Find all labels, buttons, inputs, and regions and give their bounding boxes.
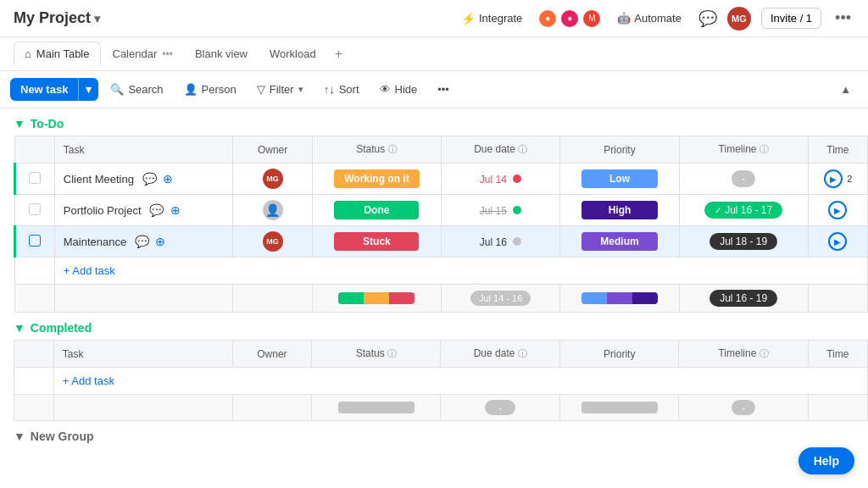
row2-play-button[interactable]: ▶ bbox=[828, 201, 847, 219]
row3-chat-icon[interactable]: 💬 bbox=[135, 235, 149, 248]
user-avatar[interactable]: MG bbox=[727, 7, 751, 30]
automate-button[interactable]: 🤖 Automate bbox=[610, 8, 688, 28]
row1-priority-cell: Low bbox=[560, 164, 679, 195]
row3-time-cell: ▶ bbox=[808, 226, 867, 258]
col-priority: Priority bbox=[560, 136, 679, 164]
row3-owner-avatar[interactable]: MG bbox=[263, 231, 283, 252]
row2-checkbox[interactable] bbox=[29, 203, 41, 215]
new-task-dropdown-arrow[interactable]: ▾ bbox=[78, 78, 98, 101]
status-info-icon[interactable]: ⓘ bbox=[388, 144, 398, 154]
row1-play-button[interactable]: ▶ bbox=[824, 169, 843, 188]
row2-priority-badge[interactable]: High bbox=[581, 201, 658, 219]
comp-col-due-date: Due date ⓘ bbox=[441, 341, 560, 368]
new-task-button[interactable]: New task ▾ bbox=[10, 78, 98, 101]
row1-duedate-cell: Jul 14 bbox=[441, 164, 559, 195]
row3-play-button[interactable]: ▶ bbox=[828, 232, 847, 251]
more-toolbar-button[interactable]: ••• bbox=[429, 79, 458, 100]
automate-icon: 🤖 bbox=[617, 12, 631, 25]
row1-priority-badge[interactable]: Low bbox=[581, 169, 658, 188]
comp-summary-e2 bbox=[53, 395, 232, 421]
tab-blank-view[interactable]: Blank view bbox=[185, 42, 258, 65]
row1-owner-cell: MG bbox=[233, 164, 313, 195]
summary-priority-blue bbox=[581, 292, 607, 304]
hide-button[interactable]: 👁 Hide bbox=[371, 79, 426, 100]
row2-timeline-badge[interactable]: ✓ Jul 16 - 17 bbox=[704, 202, 782, 219]
search-button[interactable]: 🔍 Search bbox=[102, 79, 171, 100]
add-tab-button[interactable]: + bbox=[328, 43, 349, 65]
add-task-label[interactable]: + Add task bbox=[54, 258, 867, 285]
row3-priority-badge[interactable]: Medium bbox=[581, 232, 658, 251]
integration-icons: ● ● M bbox=[539, 10, 600, 27]
row2-task-cell: Portfolio Project 💬 ⊕ bbox=[54, 195, 233, 226]
summary-status-orange bbox=[364, 292, 389, 304]
comp-duedate-info-icon[interactable]: ⓘ bbox=[518, 348, 527, 358]
project-name: My Project bbox=[14, 9, 91, 27]
more-options-button[interactable]: ••• bbox=[832, 6, 854, 30]
group-new-header[interactable]: ▼ New Group bbox=[0, 421, 868, 448]
table-row: Portfolio Project 💬 ⊕ 👤 Done Jul 15 bbox=[15, 195, 868, 226]
timeline-info-icon[interactable]: ⓘ bbox=[760, 144, 769, 154]
row2-owner-avatar[interactable]: 👤 bbox=[263, 200, 283, 220]
more-dots-icon: ••• bbox=[437, 83, 449, 96]
row1-owner-avatar[interactable]: MG bbox=[263, 169, 283, 189]
row2-add-icon[interactable]: ⊕ bbox=[170, 203, 181, 217]
group-todo: ▼ To-Do Task Owner Status ⓘ Due date bbox=[0, 108, 868, 313]
add-task-row[interactable]: + Add task bbox=[15, 258, 868, 285]
row1-timeline-badge[interactable]: - bbox=[732, 170, 755, 187]
duedate-info-icon[interactable]: ⓘ bbox=[518, 144, 527, 154]
tab-workload[interactable]: Workload bbox=[259, 42, 326, 65]
row2-status-badge[interactable]: Done bbox=[334, 201, 419, 219]
row2-alert-icon bbox=[513, 206, 521, 214]
row1-time-value: 2 bbox=[847, 174, 852, 184]
project-title[interactable]: My Project ▾ bbox=[14, 9, 100, 27]
tab-calendar[interactable]: Calendar ••• bbox=[103, 42, 183, 65]
comp-summary-priority bbox=[559, 395, 679, 421]
comp-timeline-info-icon[interactable]: ⓘ bbox=[760, 348, 769, 358]
row3-priority-cell: Medium bbox=[560, 226, 679, 258]
integrate-button[interactable]: ⚡ Integrate bbox=[454, 8, 529, 29]
row2-priority-cell: High bbox=[560, 195, 679, 226]
group-todo-table-wrapper: Task Owner Status ⓘ Due date ⓘ Priority bbox=[14, 136, 868, 313]
filter-dropdown-arrow: ▾ bbox=[298, 84, 303, 95]
person-button[interactable]: 👤 Person bbox=[175, 79, 245, 100]
comp-timeline-badge: - bbox=[732, 400, 755, 415]
comp-add-task-label[interactable]: + Add task bbox=[53, 368, 867, 395]
row3-add-icon[interactable]: ⊕ bbox=[155, 235, 165, 248]
comp-col-priority: Priority bbox=[559, 341, 679, 368]
completed-table: Task Owner Status ⓘ Due date ⓘ Priority bbox=[14, 340, 868, 421]
row1-chat-icon[interactable]: 💬 bbox=[142, 172, 157, 186]
calendar-options-icon[interactable]: ••• bbox=[162, 48, 173, 60]
header-actions: ⚡ Integrate ● ● M 🤖 Automate 💬 MG Invite… bbox=[454, 6, 854, 30]
row3-timeline-badge[interactable]: Jul 18 - 19 bbox=[709, 233, 777, 250]
invite-button[interactable]: Invite / 1 bbox=[761, 8, 821, 29]
comp-col-time: Time bbox=[808, 341, 867, 368]
collapse-button[interactable]: ▲ bbox=[833, 80, 858, 99]
row3-checkbox[interactable] bbox=[29, 235, 41, 247]
help-button[interactable]: Help bbox=[798, 447, 854, 474]
row1-checkbox[interactable] bbox=[29, 172, 41, 184]
group-completed-header[interactable]: ▼ Completed bbox=[0, 313, 868, 340]
row1-add-icon[interactable]: ⊕ bbox=[163, 172, 173, 186]
row2-chat-icon[interactable]: 💬 bbox=[149, 203, 164, 217]
row1-status-badge[interactable]: Working on it bbox=[334, 169, 419, 188]
group-todo-header[interactable]: ▼ To-Do bbox=[0, 108, 868, 136]
group-completed-label: Completed bbox=[31, 321, 92, 335]
summary-date-range: Jul 14 - 16 bbox=[470, 291, 531, 306]
home-icon: ⌂ bbox=[25, 47, 31, 60]
chevron-down-icon[interactable]: ▾ bbox=[94, 12, 100, 25]
group-todo-arrow: ▼ bbox=[14, 117, 25, 130]
row2-duedate-cell: Jul 15 bbox=[441, 195, 559, 226]
summary-empty-1 bbox=[15, 285, 55, 313]
row3-status-badge[interactable]: Stuck bbox=[334, 232, 419, 251]
tab-main-table[interactable]: ⌂ Main Table bbox=[14, 42, 101, 67]
group-todo-label: To-Do bbox=[31, 117, 64, 130]
comp-status-info-icon[interactable]: ⓘ bbox=[387, 348, 397, 358]
completed-add-task-row[interactable]: + Add task bbox=[14, 368, 868, 395]
top-header: My Project ▾ ⚡ Integrate ● ● M 🤖 Automat… bbox=[0, 0, 868, 37]
chat-icon[interactable]: 💬 bbox=[698, 9, 717, 28]
sort-button[interactable]: ↑↓ Sort bbox=[315, 79, 368, 100]
row1-checkbox-cell bbox=[15, 164, 55, 195]
filter-button[interactable]: ▽ Filter ▾ bbox=[248, 79, 312, 100]
row2-time-cell: ▶ bbox=[808, 195, 867, 226]
row1-status-cell: Working on it bbox=[312, 164, 441, 195]
